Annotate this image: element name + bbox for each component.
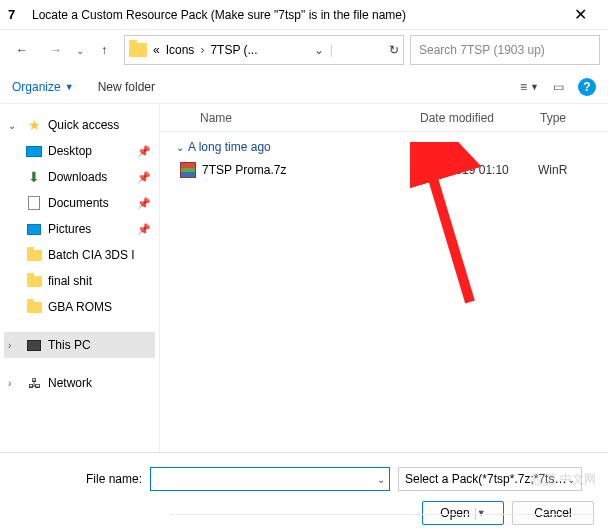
address-seg-icons[interactable]: Icons <box>166 43 195 57</box>
file-name: 7TSP Proma.7z <box>202 163 414 177</box>
gba-label: GBA ROMS <box>48 300 112 314</box>
archive-icon <box>180 162 196 178</box>
group-label: A long time ago <box>188 140 271 154</box>
file-row[interactable]: 7TSP Proma.7z 02-10-2019 01:10 WinR <box>160 158 608 182</box>
sidebar-item-network[interactable]: › 🖧 Network <box>4 370 155 396</box>
thispc-label: This PC <box>48 338 91 352</box>
forward-button[interactable]: → <box>42 36 70 64</box>
pin-icon: 📌 <box>137 223 151 236</box>
desktop-label: Desktop <box>48 144 92 158</box>
refresh-button[interactable]: ↻ <box>389 43 399 57</box>
folder-icon <box>129 43 147 57</box>
watermark-brand: php <box>531 473 556 486</box>
chevron-down-icon: ▼ <box>65 82 74 92</box>
folder-icon <box>27 250 42 261</box>
expand-icon[interactable]: › <box>8 340 20 351</box>
horizontal-scrollbar[interactable] <box>170 514 598 526</box>
downloads-label: Downloads <box>48 170 107 184</box>
column-header-name[interactable]: Name <box>200 111 420 125</box>
pictures-icon <box>27 224 41 235</box>
preview-pane-button[interactable]: ▭ <box>553 80 564 94</box>
documents-label: Documents <box>48 196 109 210</box>
sidebar-item-quick-access[interactable]: ⌄ ★ Quick access <box>4 112 155 138</box>
desktop-icon <box>26 146 42 157</box>
sidebar-item-batch[interactable]: Batch CIA 3DS I <box>4 242 155 268</box>
folder-icon <box>27 302 42 313</box>
address-bar[interactable]: « Icons › 7TSP (... ⌄ | ↻ <box>124 35 404 65</box>
up-button[interactable]: ↑ <box>90 36 118 64</box>
window-title: Locate a Custom Resource Pack (Make sure… <box>32 8 560 22</box>
new-folder-button[interactable]: New folder <box>98 80 155 94</box>
sidebar-item-gba[interactable]: GBA ROMS <box>4 294 155 320</box>
network-label: Network <box>48 376 92 390</box>
expand-icon[interactable]: › <box>8 378 20 389</box>
help-button[interactable]: ? <box>578 78 596 96</box>
network-icon: 🖧 <box>26 375 42 391</box>
quick-access-label: Quick access <box>48 118 119 132</box>
sidebar-item-final[interactable]: final shit <box>4 268 155 294</box>
watermark-text: 中文网 <box>560 471 596 488</box>
navigation-pane: ⌄ ★ Quick access Desktop 📌 ⬇ Downloads 📌… <box>0 104 160 452</box>
organize-menu[interactable]: Organize ▼ <box>12 80 74 94</box>
organize-label: Organize <box>12 80 61 94</box>
back-button[interactable]: ← <box>8 36 36 64</box>
close-button[interactable]: ✕ <box>560 5 600 24</box>
sidebar-item-pictures[interactable]: Pictures 📌 <box>4 216 155 242</box>
file-list-area: Name Date modified Type ⌄ A long time ag… <box>160 104 608 452</box>
sidebar-item-this-pc[interactable]: › This PC <box>4 332 155 358</box>
download-icon: ⬇ <box>26 169 42 185</box>
file-type: WinR <box>538 163 567 177</box>
group-header[interactable]: ⌄ A long time ago <box>160 132 608 158</box>
pin-icon: 📌 <box>137 171 151 184</box>
watermark: php 中文网 <box>531 471 596 488</box>
view-mode-button[interactable]: ≡ ▼ <box>520 80 539 94</box>
address-prefix: « <box>153 43 160 57</box>
star-icon: ★ <box>26 117 42 133</box>
chevron-right-icon[interactable]: › <box>200 43 204 57</box>
file-date: 02-10-2019 01:10 <box>414 163 538 177</box>
svg-line-1 <box>428 162 470 302</box>
folder-icon <box>27 276 42 287</box>
filename-label: File name: <box>12 472 142 486</box>
collapse-icon[interactable]: ⌄ <box>8 120 20 131</box>
batch-label: Batch CIA 3DS I <box>48 248 135 262</box>
pin-icon: 📌 <box>137 197 151 210</box>
chevron-down-icon[interactable]: ⌄ <box>377 474 385 485</box>
sidebar-item-downloads[interactable]: ⬇ Downloads 📌 <box>4 164 155 190</box>
pin-icon: 📌 <box>137 145 151 158</box>
collapse-icon: ⌄ <box>176 142 184 153</box>
pc-icon <box>27 340 41 351</box>
column-header-date[interactable]: Date modified <box>420 111 540 125</box>
history-dropdown[interactable]: ⌄ <box>76 45 84 56</box>
address-seg-7tsp[interactable]: 7TSP (... <box>210 43 257 57</box>
app-icon: 7 <box>8 7 24 23</box>
filename-input[interactable]: ⌄ <box>150 467 390 491</box>
search-input[interactable]: Search 7TSP (1903 up) <box>410 35 600 65</box>
pictures-label: Pictures <box>48 222 91 236</box>
column-header-type[interactable]: Type <box>540 111 608 125</box>
sidebar-item-desktop[interactable]: Desktop 📌 <box>4 138 155 164</box>
document-icon <box>28 196 40 210</box>
final-label: final shit <box>48 274 92 288</box>
search-placeholder: Search 7TSP (1903 up) <box>419 43 545 57</box>
divider: | <box>330 43 333 57</box>
sidebar-item-documents[interactable]: Documents 📌 <box>4 190 155 216</box>
address-dropdown-icon[interactable]: ⌄ <box>314 43 324 57</box>
